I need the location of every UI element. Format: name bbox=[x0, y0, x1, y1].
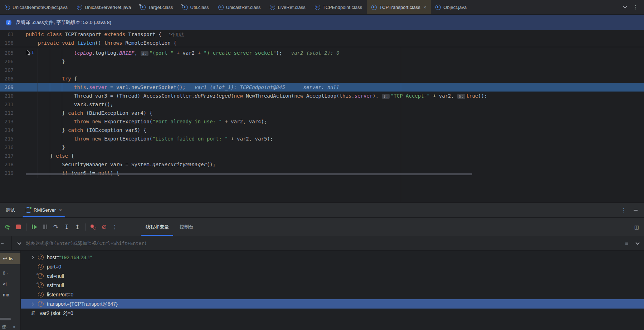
editor-tab-tcptransport-class[interactable]: CTCPTransport.class× bbox=[367, 0, 431, 14]
code-token: "TCP Accept-" bbox=[391, 93, 430, 99]
stop-button[interactable] bbox=[14, 222, 23, 232]
code-line-211[interactable]: 211var3.start(); bbox=[0, 100, 644, 109]
frame-item[interactable]: ↩lis bbox=[0, 253, 20, 264]
tab-list-chevron-icon[interactable] bbox=[623, 4, 627, 8]
frames-panel[interactable]: 使... × ↩lis8 ·<ima bbox=[0, 251, 21, 330]
debug-session-tab[interactable]: RMIServer × bbox=[21, 203, 66, 217]
expression-left-icon bbox=[1, 243, 4, 244]
variable-row-csf[interactable]: f⌀csf = null bbox=[21, 271, 644, 281]
view-breakpoints-button[interactable] bbox=[89, 222, 98, 232]
evaluate-expression-bar[interactable]: 对表达式求值(Enter)或添加监视(Ctrl+Shift+Enter) ≡ bbox=[0, 236, 644, 251]
frames-scrollbar[interactable] bbox=[0, 318, 11, 320]
inline-debug-value: server: null bbox=[303, 84, 339, 90]
line-number[interactable]: 212 bbox=[0, 109, 17, 117]
tabbar-more-icon[interactable]: ⋮ bbox=[633, 4, 638, 10]
step-over-button[interactable]: ↷ bbox=[51, 222, 60, 232]
line-number[interactable]: 219 bbox=[0, 169, 17, 177]
code-line-205[interactable]: 205tcpLog.log(Log.BRIEF, s:"(port " + va… bbox=[0, 49, 644, 57]
tab-console[interactable]: 控制台 bbox=[174, 218, 199, 236]
tab-threads-variables[interactable]: 线程和变量 bbox=[140, 218, 174, 236]
line-number[interactable]: 198 bbox=[0, 39, 17, 47]
hide-panel-icon[interactable] bbox=[634, 210, 638, 211]
code-line-217[interactable]: 217} else { bbox=[0, 152, 644, 160]
expression-input-placeholder[interactable]: 对表达式求值(Enter)或添加监视(Ctrl+Shift+Enter) bbox=[26, 240, 147, 247]
code-line-218[interactable]: 218SecurityManager var6 = System.getSecu… bbox=[0, 160, 644, 169]
equals-sign: = bbox=[68, 292, 70, 297]
code-line-61[interactable]: 61public class TCPTransport extends Tran… bbox=[0, 30, 644, 39]
expression-expand-chevron-icon[interactable] bbox=[635, 241, 639, 245]
code-line-210[interactable]: 210Thread var3 = (Thread) AccessControll… bbox=[0, 92, 644, 100]
code-line-206[interactable]: 206} bbox=[0, 57, 644, 66]
debug-options-more-icon[interactable]: ⋮ bbox=[621, 207, 626, 213]
code-line-216[interactable]: 216} bbox=[0, 143, 644, 152]
line-number[interactable]: 216 bbox=[0, 143, 17, 152]
line-number[interactable]: 209 bbox=[0, 83, 17, 92]
variable-row-port[interactable]: fport = 0 bbox=[21, 262, 644, 271]
expand-chevron-icon[interactable] bbox=[31, 303, 38, 305]
code-token: extends bbox=[104, 31, 128, 37]
variables-tree[interactable]: fhost = "192.168.23.1"fport = 0f⌀csf = n… bbox=[21, 251, 644, 330]
code-line-209[interactable]: 209this.server = var1.newServerSocket();… bbox=[0, 83, 644, 92]
line-number[interactable]: 207 bbox=[0, 66, 17, 74]
step-out-button[interactable]: ↥ bbox=[73, 222, 82, 232]
editor-tab-unicastremoteobject-java[interactable]: CUnicastRemoteObject.java bbox=[0, 0, 72, 14]
code-token: server bbox=[89, 84, 107, 90]
code-token: { bbox=[74, 76, 77, 82]
line-number[interactable]: 206 bbox=[0, 57, 17, 66]
code-line-207[interactable]: 207 bbox=[0, 66, 644, 74]
code-line-214[interactable]: 214} catch (IOException var5) { bbox=[0, 126, 644, 134]
line-number[interactable]: 217 bbox=[0, 152, 17, 160]
status-close-icon[interactable]: × bbox=[13, 325, 15, 330]
line-number[interactable]: 211 bbox=[0, 100, 17, 109]
code-lines[interactable]: 205tcpLog.log(Log.BRIEF, s:"(port " + va… bbox=[0, 49, 644, 177]
line-number[interactable]: 218 bbox=[0, 160, 17, 169]
toolbar-more-icon[interactable]: ⋮ bbox=[110, 222, 119, 232]
step-into-button[interactable]: ↧ bbox=[62, 222, 71, 232]
code-line-213[interactable]: 213throw new ExportException("Port alrea… bbox=[0, 117, 644, 126]
editor-tab-unicastref-class[interactable]: CUnicastRef.class bbox=[214, 0, 265, 14]
frame-item[interactable]: <i bbox=[0, 279, 20, 289]
editor-tab-tcpendpoint-class[interactable]: CTCPEndpoint.class bbox=[310, 0, 367, 14]
variable-row-listenPort[interactable]: flistenPort = 0 bbox=[21, 290, 644, 299]
mute-breakpoints-button[interactable]: ∅ bbox=[99, 222, 109, 232]
editor-tab-target-class[interactable]: CTarget.class bbox=[136, 0, 177, 14]
line-number[interactable]: 213 bbox=[0, 117, 17, 126]
pause-program-button[interactable] bbox=[40, 222, 50, 232]
tab-label: UnicastServerRef.java bbox=[85, 5, 131, 10]
code-line-208[interactable]: 208try { bbox=[0, 74, 644, 83]
line-number[interactable]: 208 bbox=[0, 74, 17, 83]
variable-row-var2-slot-2-[interactable]: 1001var2 (slot_2) = 0 bbox=[21, 309, 644, 318]
code-token: throws bbox=[104, 40, 125, 46]
editor-tab-liveref-class[interactable]: CLiveRef.class bbox=[265, 0, 310, 14]
frame-item[interactable]: 8 · bbox=[0, 268, 20, 279]
layout-settings-icon[interactable]: ◫ bbox=[634, 224, 644, 230]
code-editor[interactable]: 61public class TCPTransport extends Tran… bbox=[0, 30, 644, 202]
line-number[interactable]: 210 bbox=[0, 92, 17, 100]
line-number[interactable]: 205 bbox=[0, 49, 17, 57]
line-number[interactable]: 214 bbox=[0, 126, 17, 134]
frame-item[interactable]: ma bbox=[0, 289, 20, 300]
rerun-debugger-button[interactable]: ⟳ bbox=[3, 222, 12, 232]
field-icon: f bbox=[38, 264, 44, 270]
expression-history-chevron-icon[interactable] bbox=[17, 241, 21, 245]
resume-program-button[interactable] bbox=[30, 222, 39, 232]
line-content: throw new ExportException("Port already … bbox=[17, 117, 644, 126]
editor-tab-object-java[interactable]: CObject.java bbox=[431, 0, 471, 14]
editor-tab-util-class[interactable]: CUtil.class bbox=[178, 0, 214, 14]
tabbar-controls: ⋮ bbox=[618, 0, 644, 14]
inline-watches-icon[interactable]: ≡ bbox=[625, 240, 628, 247]
tab-label: Target.class bbox=[148, 5, 173, 10]
variable-row-host[interactable]: fhost = "192.168.23.1" bbox=[21, 253, 644, 262]
editor-horizontal-scrollbar[interactable] bbox=[26, 173, 472, 175]
variable-row-transport[interactable]: ftransport = {TCPTransport@847} bbox=[21, 299, 644, 309]
code-line-215[interactable]: 215throw new ExportException("Listen fai… bbox=[0, 134, 644, 143]
code-line-198[interactable]: 198private void listen() throws RemoteEx… bbox=[0, 39, 644, 47]
editor-tab-unicastserverref-java[interactable]: CUnicastServerRef.java bbox=[72, 0, 136, 14]
session-tab-close-icon[interactable]: × bbox=[59, 208, 62, 212]
line-number[interactable]: 61 bbox=[0, 30, 17, 39]
tab-close-icon[interactable]: × bbox=[424, 5, 426, 10]
expand-chevron-icon[interactable] bbox=[31, 256, 38, 259]
variable-row-ssf[interactable]: f⌀ssf = null bbox=[21, 281, 644, 290]
line-number[interactable]: 215 bbox=[0, 134, 17, 143]
code-line-212[interactable]: 212} catch (BindException var4) { bbox=[0, 109, 644, 117]
